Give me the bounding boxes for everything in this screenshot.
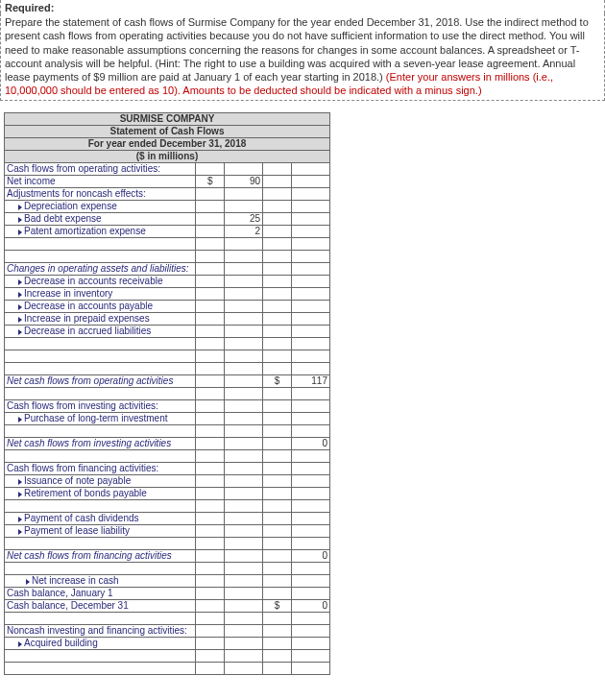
blank-row[interactable] <box>5 499 196 512</box>
row-label[interactable]: Payment of lease liability <box>5 524 196 537</box>
amount-input[interactable] <box>292 250 330 262</box>
amount-input[interactable] <box>225 325 263 337</box>
amount-input[interactable] <box>292 587 330 599</box>
amount-input[interactable] <box>225 237 263 250</box>
amount-input[interactable] <box>225 549 263 562</box>
amount-input[interactable] <box>292 612 330 624</box>
amount-input[interactable] <box>225 162 263 175</box>
amount-input[interactable] <box>225 262 263 275</box>
amount-input[interactable] <box>292 624 330 637</box>
amount-input[interactable]: 0 <box>292 437 330 449</box>
blank-row[interactable] <box>5 612 196 624</box>
blank-row[interactable] <box>5 362 196 374</box>
amount-input[interactable] <box>225 562 263 574</box>
blank-row[interactable] <box>5 237 196 250</box>
amount-input[interactable] <box>225 399 263 412</box>
amount-input[interactable]: 25 <box>225 212 263 225</box>
amount-input[interactable] <box>292 512 330 524</box>
row-label[interactable]: Issuance of note payable <box>5 474 196 487</box>
amount-input[interactable] <box>225 362 263 374</box>
amount-input[interactable] <box>292 637 330 649</box>
amount-input[interactable] <box>292 574 330 587</box>
amount-input[interactable] <box>225 512 263 524</box>
amount-input[interactable] <box>292 474 330 487</box>
row-label[interactable]: Increase in inventory <box>5 287 196 300</box>
amount-input[interactable] <box>225 200 263 212</box>
amount-input[interactable] <box>225 387 263 399</box>
amount-input[interactable] <box>292 262 330 275</box>
amount-input[interactable] <box>292 537 330 549</box>
row-label[interactable]: Acquired building <box>5 637 196 649</box>
amount-input[interactable] <box>225 574 263 587</box>
amount-input[interactable] <box>292 325 330 337</box>
amount-input[interactable] <box>225 524 263 537</box>
amount-input[interactable] <box>292 449 330 462</box>
amount-input[interactable] <box>292 662 330 674</box>
row-label[interactable]: Payment of cash dividends <box>5 512 196 524</box>
blank-row[interactable] <box>5 662 196 674</box>
amount-input[interactable] <box>292 187 330 200</box>
row-label[interactable]: Patent amortization expense <box>5 225 196 237</box>
amount-input[interactable] <box>292 212 330 225</box>
amount-input[interactable] <box>292 649 330 662</box>
amount-input[interactable] <box>292 412 330 424</box>
amount-input[interactable] <box>292 175 330 187</box>
amount-input[interactable] <box>292 562 330 574</box>
blank-row[interactable] <box>5 337 196 350</box>
row-label[interactable]: Purchase of long-term investment <box>5 412 196 424</box>
amount-input[interactable]: 0 <box>292 549 330 562</box>
amount-input[interactable] <box>225 462 263 474</box>
amount-input[interactable] <box>292 362 330 374</box>
blank-row[interactable] <box>5 537 196 549</box>
amount-input[interactable] <box>225 637 263 649</box>
amount-input[interactable] <box>225 662 263 674</box>
amount-input[interactable] <box>292 499 330 512</box>
blank-row[interactable] <box>5 449 196 462</box>
amount-input[interactable] <box>292 399 330 412</box>
blank-row[interactable] <box>5 350 196 362</box>
row-label[interactable]: Decrease in accounts payable <box>5 300 196 312</box>
amount-input[interactable] <box>225 599 263 612</box>
row-label[interactable]: Bad debt expense <box>5 212 196 225</box>
blank-row[interactable] <box>5 387 196 399</box>
amount-input[interactable] <box>292 225 330 237</box>
blank-row[interactable] <box>5 250 196 262</box>
amount-input[interactable] <box>292 487 330 499</box>
amount-input[interactable] <box>292 275 330 287</box>
amount-input[interactable] <box>292 200 330 212</box>
amount-input[interactable] <box>225 250 263 262</box>
amount-input[interactable] <box>225 412 263 424</box>
amount-input[interactable]: 2 <box>225 225 263 237</box>
amount-input[interactable] <box>225 187 263 200</box>
amount-input[interactable] <box>225 624 263 637</box>
amount-input[interactable] <box>225 424 263 437</box>
amount-input[interactable] <box>225 275 263 287</box>
amount-input[interactable] <box>225 300 263 312</box>
amount-input[interactable] <box>292 387 330 399</box>
row-label[interactable]: Decrease in accounts receivable <box>5 275 196 287</box>
amount-input[interactable] <box>225 337 263 350</box>
amount-input[interactable] <box>292 287 330 300</box>
amount-input[interactable] <box>225 649 263 662</box>
amount-input[interactable] <box>225 499 263 512</box>
amount-input[interactable] <box>225 287 263 300</box>
amount-input[interactable] <box>225 449 263 462</box>
amount-input[interactable]: 0 <box>292 599 330 612</box>
row-label[interactable]: Increase in prepaid expenses <box>5 312 196 325</box>
row-label[interactable]: Decrease in accrued liabilities <box>5 325 196 337</box>
amount-input[interactable] <box>292 312 330 325</box>
amount-input[interactable] <box>292 462 330 474</box>
amount-input[interactable]: 117 <box>292 374 330 387</box>
amount-input[interactable] <box>225 587 263 599</box>
amount-input[interactable] <box>292 237 330 250</box>
amount-input[interactable]: 90 <box>225 175 263 187</box>
blank-row[interactable] <box>5 424 196 437</box>
amount-input[interactable] <box>225 537 263 549</box>
amount-input[interactable] <box>292 424 330 437</box>
amount-input[interactable] <box>292 300 330 312</box>
amount-input[interactable] <box>225 474 263 487</box>
amount-input[interactable] <box>225 312 263 325</box>
row-label[interactable]: Net increase in cash <box>5 574 196 587</box>
blank-row[interactable] <box>5 649 196 662</box>
amount-input[interactable] <box>225 374 263 387</box>
